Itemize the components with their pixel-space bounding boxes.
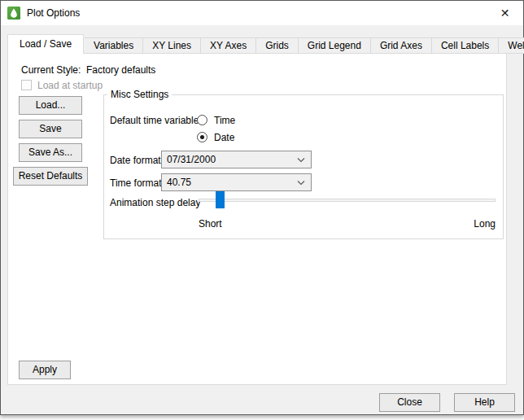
date-format-value: 07/31/2000 (167, 154, 216, 165)
time-format-value: 40.75 (167, 177, 191, 188)
title-bar[interactable]: Plot Options ✕ (1, 1, 523, 25)
save-as-button[interactable]: Save As... (19, 143, 82, 162)
chevron-down-icon (297, 158, 305, 163)
slider-max-label: Long (474, 218, 496, 230)
misc-settings-group-label: Misc Settings (107, 89, 172, 100)
radio-time-label: Time (214, 115, 235, 126)
help-button[interactable]: Help (454, 393, 515, 412)
app-droplet-icon (7, 7, 20, 20)
radio-date-label: Date (214, 132, 234, 143)
window-title: Plot Options (27, 7, 80, 19)
date-format-dropdown[interactable]: 07/31/2000 (161, 151, 312, 168)
plot-options-tabstrip: Load / Save Variables XY Lines XY Axes G… (7, 35, 524, 54)
tab-grids[interactable]: Grids (256, 37, 299, 54)
tab-cell-labels[interactable]: Cell Labels (432, 37, 499, 54)
tab-xy-axes[interactable]: XY Axes (201, 37, 256, 54)
reset-defaults-button[interactable]: Reset Defaults (13, 167, 88, 186)
default-time-variable-label: Default time variable (110, 115, 199, 126)
current-style-label: Current Style: (21, 64, 81, 76)
load-button[interactable]: Load... (19, 96, 82, 115)
tab-variables[interactable]: Variables (85, 37, 143, 54)
current-style-value: Factory defaults (86, 64, 155, 76)
save-button[interactable]: Save (19, 120, 82, 138)
slider-min-label: Short (199, 218, 222, 230)
checkbox-box-icon (21, 80, 32, 90)
tab-load-save[interactable]: Load / Save (7, 34, 84, 54)
chevron-down-icon (297, 181, 305, 186)
animation-step-delay-slider-handle[interactable] (216, 191, 225, 208)
tab-grid-legend[interactable]: Grid Legend (299, 37, 371, 54)
tab-wells[interactable]: Wells (499, 37, 524, 54)
date-format-label: Date format (110, 155, 161, 166)
animation-step-delay-label: Animation step delay (110, 197, 200, 208)
tab-xy-lines[interactable]: XY Lines (143, 37, 201, 54)
animation-step-delay-slider-track[interactable] (199, 199, 496, 202)
tab-grid-axes[interactable]: Grid Axes (371, 37, 432, 54)
time-format-label: Time format (110, 177, 162, 189)
load-at-startup-label: Load at startup (37, 80, 103, 91)
plot-options-dialog: Plot Options ✕ Load / Save Variables XY … (0, 0, 524, 415)
time-format-dropdown[interactable]: 40.75 (161, 173, 312, 191)
radio-circle-icon (197, 132, 207, 142)
close-button[interactable]: Close (379, 393, 440, 412)
radio-circle-icon (197, 115, 207, 125)
apply-button[interactable]: Apply (19, 361, 71, 379)
window-close-icon[interactable]: ✕ (487, 1, 523, 25)
